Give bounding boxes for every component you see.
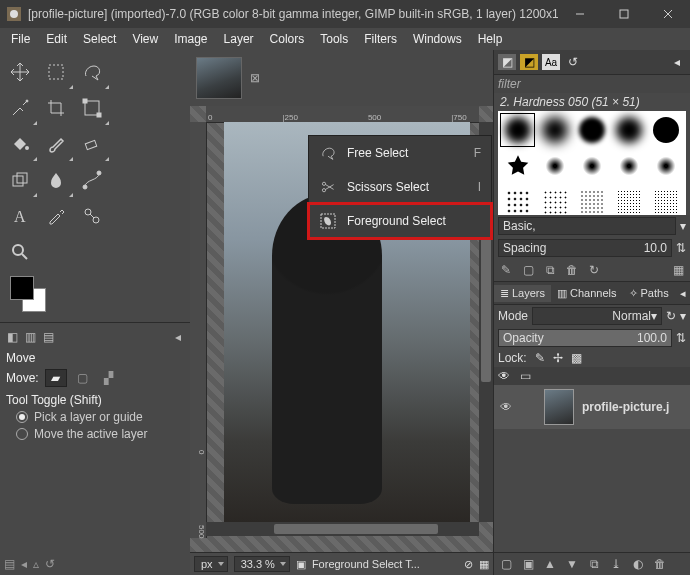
- mask-icon[interactable]: ◐: [630, 556, 646, 572]
- close-image-icon[interactable]: ⊠: [250, 71, 260, 85]
- maximize-button[interactable]: [602, 0, 646, 28]
- brush-filter[interactable]: filter: [498, 77, 521, 91]
- layer-visibility-icon[interactable]: 👁: [500, 400, 516, 414]
- tab-brushes-icon[interactable]: ◩: [498, 54, 516, 70]
- raise-layer-icon[interactable]: ▲: [542, 556, 558, 572]
- tab-patterns-icon[interactable]: ◩: [520, 54, 538, 70]
- panel-menu-icon[interactable]: ◂: [676, 287, 690, 300]
- image-thumb-1[interactable]: [196, 57, 242, 99]
- tool-clone[interactable]: [2, 162, 38, 198]
- opacity-slider[interactable]: Opacity 100.0: [498, 329, 672, 347]
- spacing-stepper-icon[interactable]: ⇅: [676, 241, 686, 255]
- mode-selector[interactable]: Normal ▾: [532, 307, 662, 325]
- menu-file[interactable]: File: [4, 30, 37, 48]
- lock-alpha-icon[interactable]: ▩: [571, 351, 582, 365]
- move-target-path-icon[interactable]: ▞: [99, 370, 119, 386]
- open-as-image-icon[interactable]: ▦: [670, 262, 686, 278]
- close-button[interactable]: [646, 0, 690, 28]
- scrollbar-horizontal[interactable]: [206, 522, 479, 536]
- tab-tool-options-icon[interactable]: ◧: [4, 329, 20, 345]
- merge-down-icon[interactable]: ⤓: [608, 556, 624, 572]
- lock-position-icon[interactable]: ✢: [553, 351, 563, 365]
- new-layer-icon[interactable]: ▢: [498, 556, 514, 572]
- tool-paintbrush[interactable]: [38, 126, 74, 162]
- foreground-color[interactable]: [10, 276, 34, 300]
- menu-tools[interactable]: Tools: [313, 30, 355, 48]
- restore-options-icon[interactable]: ◂: [21, 557, 27, 571]
- zoom-selector[interactable]: 33.3 %: [234, 556, 290, 572]
- menu-colors[interactable]: Colors: [263, 30, 312, 48]
- edit-brush-icon[interactable]: ✎: [498, 262, 514, 278]
- tab-layers[interactable]: ≣Layers: [494, 285, 551, 302]
- move-target-layer-icon[interactable]: ▰: [45, 369, 67, 387]
- delete-options-icon[interactable]: ▵: [33, 557, 39, 571]
- tool-move[interactable]: [2, 54, 38, 90]
- menu-filters[interactable]: Filters: [357, 30, 404, 48]
- opacity-stepper-icon[interactable]: ⇅: [676, 331, 686, 345]
- tab-history-icon[interactable]: ↺: [564, 54, 582, 70]
- delete-layer-icon[interactable]: 🗑: [652, 556, 668, 572]
- new-brush-icon[interactable]: ▢: [520, 262, 536, 278]
- menu-image[interactable]: Image: [167, 30, 214, 48]
- panel-menu-icon[interactable]: ◂: [170, 329, 186, 345]
- tool-transform[interactable]: [74, 90, 110, 126]
- tool-text[interactable]: A: [2, 198, 38, 234]
- new-group-icon[interactable]: ▣: [520, 556, 536, 572]
- menu-edit[interactable]: Edit: [39, 30, 74, 48]
- color-swatch[interactable]: [10, 276, 54, 314]
- lower-layer-icon[interactable]: ▼: [564, 556, 580, 572]
- delete-brush-icon[interactable]: 🗑: [564, 262, 580, 278]
- tab-fonts-icon[interactable]: Aa: [542, 54, 560, 70]
- radio-move-active[interactable]: Move the active layer: [16, 427, 184, 441]
- radio-pick-layer[interactable]: Pick a layer or guide: [16, 410, 184, 424]
- tool-free-select[interactable]: [74, 54, 110, 90]
- layer-thumbnail[interactable]: [544, 389, 574, 425]
- unit-selector[interactable]: px: [194, 556, 228, 572]
- menu-item-foreground-select[interactable]: Foreground Select: [309, 204, 491, 238]
- menu-view[interactable]: View: [125, 30, 165, 48]
- brush-grid[interactable]: [498, 111, 686, 215]
- tool-path[interactable]: [74, 162, 110, 198]
- tool-rect-select[interactable]: [38, 54, 74, 90]
- menu-layer[interactable]: Layer: [217, 30, 261, 48]
- layer-row-0[interactable]: 👁 profile-picture.j: [494, 385, 690, 429]
- tool-measure[interactable]: [74, 198, 110, 234]
- move-target-selection-icon[interactable]: ▢: [73, 370, 93, 386]
- tool-fuzzy-select[interactable]: [2, 90, 38, 126]
- image-thumbnails: ⊠: [190, 50, 493, 106]
- duplicate-brush-icon[interactable]: ⧉: [542, 262, 558, 278]
- nav-preview-icon[interactable]: ▦: [479, 558, 489, 571]
- brush-preset-selector[interactable]: Basic,: [498, 217, 676, 235]
- save-options-icon[interactable]: ▤: [4, 557, 15, 571]
- tool-zoom[interactable]: [2, 234, 38, 270]
- reset-options-icon[interactable]: ↺: [45, 557, 55, 571]
- layer-name[interactable]: profile-picture.j: [582, 400, 669, 414]
- tool-bucket[interactable]: [2, 126, 38, 162]
- status-cancel-icon[interactable]: ⊘: [464, 558, 473, 571]
- menu-item-free-select[interactable]: Free Select F: [309, 136, 491, 170]
- spacing-slider[interactable]: Spacing 10.0: [498, 239, 672, 257]
- tool-crop[interactable]: [38, 90, 74, 126]
- titlebar: [profile-picture] (imported)-7.0 (RGB co…: [0, 0, 690, 28]
- duplicate-layer-icon[interactable]: ⧉: [586, 556, 602, 572]
- menubar: File Edit Select View Image Layer Colors…: [0, 28, 690, 50]
- refresh-brush-icon[interactable]: ↻: [586, 262, 602, 278]
- tool-smudge[interactable]: [38, 162, 74, 198]
- lock-pixels-icon[interactable]: ✎: [535, 351, 545, 365]
- tab-paths[interactable]: ✧Paths: [623, 285, 675, 302]
- tab-images-icon[interactable]: ▤: [40, 329, 56, 345]
- menu-windows[interactable]: Windows: [406, 30, 469, 48]
- menu-select[interactable]: Select: [76, 30, 123, 48]
- lock-label: Lock:: [498, 351, 527, 365]
- status-hint: Foreground Select T...: [312, 558, 458, 570]
- minimize-button[interactable]: [558, 0, 602, 28]
- mode-switch-icon[interactable]: ↻: [666, 309, 676, 323]
- tool-eraser[interactable]: [74, 126, 110, 162]
- tool-color-picker[interactable]: [38, 198, 74, 234]
- tab-channels[interactable]: ▥Channels: [551, 285, 622, 302]
- menu-item-scissors-select[interactable]: Scissors Select I: [309, 170, 491, 204]
- tab-devices-icon[interactable]: ▥: [22, 329, 38, 345]
- panel-menu-icon[interactable]: ◂: [668, 54, 686, 70]
- scissors-select-icon: [319, 178, 337, 196]
- menu-help[interactable]: Help: [471, 30, 510, 48]
